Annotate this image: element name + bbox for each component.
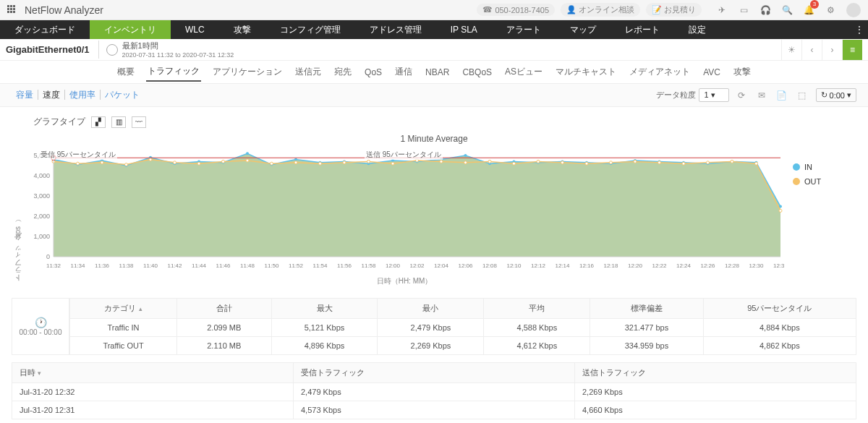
- filter-opt-1[interactable]: 速度: [38, 90, 65, 100]
- refresh-icon[interactable]: ⟳: [733, 87, 749, 103]
- clock-icon: 🕐: [35, 317, 47, 328]
- stats-header-3[interactable]: 最小: [378, 299, 484, 319]
- hamburger-icon[interactable]: ≡: [842, 40, 862, 60]
- contextbar: GigabitEthernet0/1 最新1時間 2020-07-31 11:3…: [0, 39, 868, 61]
- svg-text:12:16: 12:16: [579, 262, 595, 269]
- traffic-header-0[interactable]: 日時 ▾: [12, 363, 294, 383]
- table-row: Jul-31-20 12:322,479 Kbps2,269 Kbps: [12, 383, 856, 401]
- svg-point-98: [779, 209, 782, 212]
- mainnav-item-4[interactable]: コンフィグ管理: [265, 20, 355, 39]
- subtab-10[interactable]: マルチキャスト: [554, 63, 618, 81]
- subtab-5[interactable]: QoS: [363, 64, 383, 80]
- in-pctile-label: 受信 95パーセンタイル: [39, 150, 117, 160]
- subtab-9[interactable]: ASビュー: [503, 63, 544, 81]
- svg-point-45: [246, 152, 249, 155]
- headset-icon[interactable]: 🎧: [760, 4, 771, 16]
- line-chart-icon[interactable]: 〰: [132, 116, 146, 128]
- subtab-3[interactable]: 送信元: [294, 63, 323, 81]
- filter-opt-2[interactable]: 使用率: [65, 90, 101, 100]
- quote-pill[interactable]: 📝 お見積り: [646, 3, 702, 17]
- mainnav-item-10[interactable]: 設定: [674, 20, 720, 39]
- phone-label: 050-2018-7405: [495, 6, 549, 14]
- subtab-4[interactable]: 宛先: [333, 63, 353, 81]
- subtab-8[interactable]: CBQoS: [461, 64, 493, 80]
- svg-text:12:20: 12:20: [628, 262, 643, 269]
- mainnav-item-5[interactable]: アドレス管理: [355, 20, 436, 39]
- online-pill[interactable]: 👤 オンライン相談: [561, 3, 640, 17]
- mainnav-item-0[interactable]: ダッシュボード: [0, 20, 90, 39]
- stats-header-4[interactable]: 平均: [484, 299, 590, 319]
- notif-badge: 3: [810, 0, 819, 9]
- traffic-header-2[interactable]: 送信トラフィック: [575, 363, 856, 383]
- chart: 1 Minute Average トラフィック（bps） 01,0002,000…: [12, 134, 856, 286]
- filter-opt-3[interactable]: パケット: [101, 90, 144, 100]
- mainnav-item-6[interactable]: IP SLA: [436, 20, 492, 39]
- subtab-7[interactable]: NBAR: [424, 64, 451, 80]
- stats-header-0[interactable]: カテゴリ ▴: [70, 299, 177, 319]
- subtab-6[interactable]: 通信: [393, 63, 414, 81]
- app-grid-icon[interactable]: [7, 5, 17, 15]
- stats-header-1[interactable]: 合計: [177, 299, 272, 319]
- mainnav-item-8[interactable]: マップ: [556, 20, 610, 39]
- subtab-1[interactable]: トラフィック: [146, 62, 201, 82]
- filter-opt-0[interactable]: 容量: [12, 90, 38, 100]
- mainnav-item-2[interactable]: WLC: [171, 20, 219, 39]
- subtab-0[interactable]: 概要: [116, 63, 136, 81]
- monitor-icon[interactable]: ▭: [738, 4, 749, 16]
- graph-type-label: グラフタイプ: [33, 116, 85, 128]
- gear-icon[interactable]: ⚙: [825, 4, 836, 16]
- mainnav-item-9[interactable]: レポート: [610, 20, 674, 39]
- chart-svg: 01,0002,0003,0004,0005,00011:3211:3411:3…: [25, 148, 784, 271]
- svg-text:11:58: 11:58: [361, 262, 376, 269]
- phone-pill[interactable]: ☎ 050-2018-7405: [477, 4, 555, 16]
- traffic-header-1[interactable]: 受信トラフィック: [294, 363, 575, 383]
- granularity-select[interactable]: 1 ▾: [699, 88, 728, 102]
- mainnav-more-icon[interactable]: ⋮: [855, 20, 864, 39]
- legend-in-label: IN: [804, 163, 812, 171]
- svg-point-91: [610, 161, 613, 164]
- stats-header-6[interactable]: 95パーセンタイル: [703, 299, 856, 319]
- svg-text:11:38: 11:38: [119, 262, 134, 269]
- mainnav-item-7[interactable]: アラート: [492, 20, 556, 39]
- alert-icon[interactable]: ☀: [781, 40, 801, 60]
- time-range-section[interactable]: 最新1時間 2020-07-31 11:32 to 2020-07-31 12:…: [98, 40, 234, 59]
- rocket-icon[interactable]: ✈: [716, 4, 728, 16]
- svg-point-75: [222, 160, 225, 163]
- mainnav-item-3[interactable]: 攻撃: [219, 20, 265, 39]
- pdf-icon[interactable]: 📄: [774, 87, 790, 103]
- prev-icon[interactable]: ‹: [801, 40, 822, 60]
- bar-chart-icon[interactable]: ▥: [111, 116, 126, 128]
- stats-header-5[interactable]: 標準偏差: [590, 299, 703, 319]
- next-icon[interactable]: ›: [822, 40, 842, 60]
- subtab-13[interactable]: 攻撃: [732, 63, 752, 81]
- y-axis-label: トラフィック（bps）: [12, 148, 25, 286]
- subtab-11[interactable]: メディアネット: [628, 63, 692, 81]
- svg-point-84: [440, 160, 443, 163]
- time-pill[interactable]: ↻ 0:00 ▾: [816, 88, 856, 102]
- avatar[interactable]: [846, 3, 861, 17]
- svg-text:12:04: 12:04: [434, 262, 449, 269]
- stats-header-2[interactable]: 最大: [271, 299, 378, 319]
- svg-text:11:32: 11:32: [46, 262, 61, 269]
- quote-label: お見積り: [664, 4, 696, 15]
- svg-point-77: [271, 162, 273, 165]
- mail-icon[interactable]: ✉: [754, 87, 770, 103]
- search-icon[interactable]: 🔍: [781, 4, 793, 16]
- csv-icon[interactable]: ⬚: [794, 87, 810, 103]
- svg-text:2,000: 2,000: [33, 213, 50, 220]
- interface-name: GigabitEthernet0/1: [6, 44, 90, 55]
- svg-text:12:30: 12:30: [749, 262, 764, 269]
- svg-point-93: [658, 161, 661, 164]
- mainnav-item-1[interactable]: インベントリ: [90, 20, 171, 39]
- area-chart-icon[interactable]: ▞: [91, 116, 106, 128]
- bell-icon[interactable]: 🔔3: [803, 4, 814, 16]
- out-pctile-label: 送信 95パーセンタイル: [365, 150, 443, 160]
- svg-text:11:46: 11:46: [216, 262, 231, 269]
- subtab-2[interactable]: アプリケーション: [211, 63, 284, 81]
- svg-point-76: [246, 159, 249, 162]
- traffic-table: 日時 ▾受信トラフィック送信トラフィック Jul-31-20 12:322,47…: [12, 362, 856, 419]
- subtab-12[interactable]: AVC: [702, 64, 722, 80]
- svg-point-71: [125, 163, 128, 166]
- svg-text:12:22: 12:22: [652, 262, 667, 269]
- svg-text:11:48: 11:48: [240, 262, 255, 269]
